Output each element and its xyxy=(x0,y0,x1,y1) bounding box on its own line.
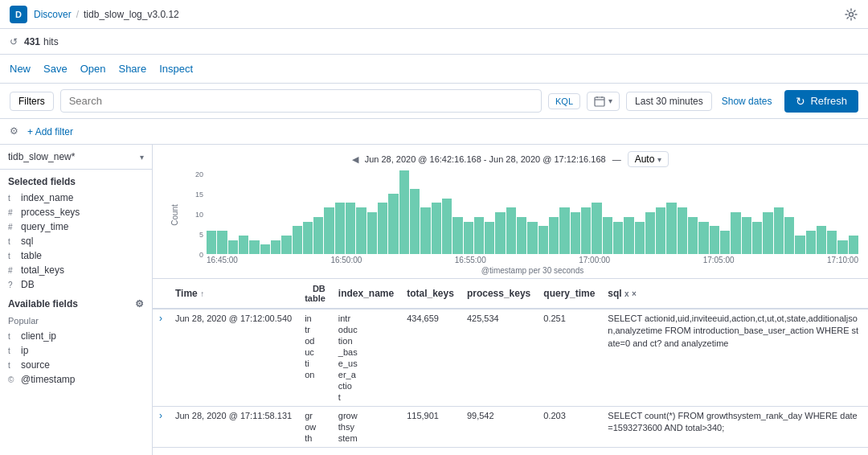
x-axis: 16:45:0016:50:0016:55:0017:00:0017:05:00… xyxy=(207,256,858,264)
search-input[interactable] xyxy=(60,89,542,113)
col-total-header[interactable]: total_keys xyxy=(400,279,461,309)
breadcrumb-separator: / xyxy=(76,9,79,20)
add-filter-button[interactable]: + Add filter xyxy=(27,126,73,137)
selected-fields-list: tindex_name#process_keys#query_timetsqlt… xyxy=(0,191,152,292)
bar-50 xyxy=(742,217,751,254)
total-value: 115,901 xyxy=(407,411,439,420)
nav-share[interactable]: Share xyxy=(118,63,146,75)
col-sql-header[interactable]: sql x × xyxy=(601,279,868,309)
nav-open[interactable]: Open xyxy=(80,63,106,75)
auto-button[interactable]: Auto ▾ xyxy=(628,151,669,167)
selected-field-DB[interactable]: ?DB xyxy=(0,277,152,292)
expand-button[interactable]: › xyxy=(159,410,162,421)
refresh-button[interactable]: ↻ Refresh xyxy=(784,90,858,113)
bar-48 xyxy=(720,231,730,254)
expand-button[interactable]: › xyxy=(159,313,162,324)
selected-field-process_keys[interactable]: #process_keys xyxy=(0,205,152,219)
nav-save[interactable]: Save xyxy=(43,63,68,75)
kql-button[interactable]: KQL xyxy=(548,93,580,109)
chart-area: ◀ Jun 28, 2020 @ 16:42:16.168 - Jun 28, … xyxy=(153,145,868,279)
collapse-chart-icon[interactable]: ◀ xyxy=(352,154,358,165)
chart-date-range: Jun 28, 2020 @ 16:42:16.168 - Jun 28, 20… xyxy=(365,154,606,164)
selected-field-total_keys[interactable]: #total_keys xyxy=(0,263,152,277)
bars-area xyxy=(207,170,858,254)
bar-16 xyxy=(378,203,387,254)
chart-header: ◀ Jun 28, 2020 @ 16:42:16.168 - Jun 28, … xyxy=(162,151,858,167)
selected-field-index_name[interactable]: tindex_name xyxy=(0,191,152,205)
selected-field-query_time[interactable]: #query_time xyxy=(0,219,152,234)
popular-field-ip[interactable]: tip xyxy=(0,343,152,358)
bar-18 xyxy=(399,170,409,254)
field-name-label: client_ip xyxy=(21,330,56,342)
index-name: tidb_slow_new* xyxy=(8,151,75,162)
popular-label: Popular xyxy=(0,313,152,329)
sidebar: tidb_slow_new* ▾ Selected fields tindex_… xyxy=(0,145,153,455)
bar-47 xyxy=(710,226,719,254)
popular-fields-list: tclient_iptiptsource©@timestamp xyxy=(0,329,152,387)
field-type-icon: t xyxy=(8,237,16,246)
popular-field-@timestamp[interactable]: ©@timestamp xyxy=(0,372,152,387)
field-type-icon: # xyxy=(8,266,16,275)
bar-5 xyxy=(260,244,270,254)
nav-inspect[interactable]: Inspect xyxy=(159,63,193,75)
chart-container: Count 20 15 10 5 0 1 xyxy=(162,170,858,275)
refresh-small-icon[interactable]: ↺ xyxy=(10,36,18,47)
popular-field-source[interactable]: tsource xyxy=(0,358,152,372)
filter-bar: Filters KQL ▾ Last 30 minutes Show dates… xyxy=(0,84,868,119)
field-type-icon: t xyxy=(8,361,16,370)
col-time-header[interactable]: Time ↑ xyxy=(169,279,298,309)
filters-button[interactable]: Filters xyxy=(10,92,54,111)
col-process-header[interactable]: process_keys xyxy=(461,279,537,309)
field-type-icon: t xyxy=(8,332,16,341)
show-dates-button[interactable]: Show dates xyxy=(722,96,772,107)
x-tick: 17:05:00 xyxy=(703,256,735,264)
field-name-label: sql xyxy=(21,236,33,247)
svg-point-0 xyxy=(850,12,854,16)
bar-2 xyxy=(228,240,238,254)
process-cell: 99,542 xyxy=(461,407,537,448)
auto-chevron-icon: ▾ xyxy=(657,155,661,164)
expand-cell: › xyxy=(153,309,169,407)
index-selector[interactable]: tidb_slow_new* ▾ xyxy=(0,145,152,170)
col-query-header[interactable]: query_time xyxy=(537,279,601,309)
selected-field-sql[interactable]: tsql xyxy=(0,234,152,248)
bars-and-axis: 16:45:0016:50:0016:55:0017:00:0017:05:00… xyxy=(207,170,858,275)
sql-header-label: sql xyxy=(608,288,621,299)
x-axis-label: @timestamp per 30 seconds xyxy=(207,266,858,275)
col-sql-close-icon[interactable]: × xyxy=(632,289,637,298)
bar-45 xyxy=(688,217,698,254)
y-axis: 20 15 10 5 0 xyxy=(186,170,207,259)
field-name-label: table xyxy=(21,250,42,261)
breadcrumb-parent[interactable]: Discover xyxy=(34,9,72,20)
col-index-header[interactable]: index_name xyxy=(332,279,400,309)
bar-39 xyxy=(624,217,633,254)
bar-34 xyxy=(571,212,580,254)
bar-12 xyxy=(335,203,345,254)
time-cell: Jun 28, 2020 @ 17:12:00.540 xyxy=(169,309,298,407)
table-cell: gr ow th xyxy=(298,407,332,448)
query-value: 0.203 xyxy=(543,411,566,420)
x-tick: 16:55:00 xyxy=(455,256,486,264)
available-fields-gear-icon[interactable]: ⚙ xyxy=(135,298,144,309)
gear-icon[interactable]: ⚙ xyxy=(10,125,23,138)
nav-new[interactable]: New xyxy=(10,63,31,75)
refresh-icon: ↻ xyxy=(796,95,805,108)
process-value: 425,534 xyxy=(467,314,499,323)
calendar-button[interactable]: ▾ xyxy=(587,92,620,111)
bar-13 xyxy=(346,203,355,254)
popular-field-client_ip[interactable]: tclient_ip xyxy=(0,329,152,343)
time-header-label: Time xyxy=(175,288,198,299)
bar-26 xyxy=(485,222,494,254)
hits-count: 431 xyxy=(24,36,40,47)
bar-20 xyxy=(420,207,430,254)
settings-icon[interactable] xyxy=(844,7,858,22)
bar-0 xyxy=(207,231,216,254)
results-area: Time ↑ DBtable index_name total_keys pro… xyxy=(153,279,868,455)
selected-field-table[interactable]: ttable xyxy=(0,248,152,263)
field-name-label: index_name xyxy=(21,192,73,203)
time-range-text: Last 30 minutes xyxy=(635,96,703,107)
bar-32 xyxy=(549,217,559,254)
bar-56 xyxy=(806,231,816,254)
bar-54 xyxy=(784,217,794,254)
field-name-label: ip xyxy=(21,345,28,356)
